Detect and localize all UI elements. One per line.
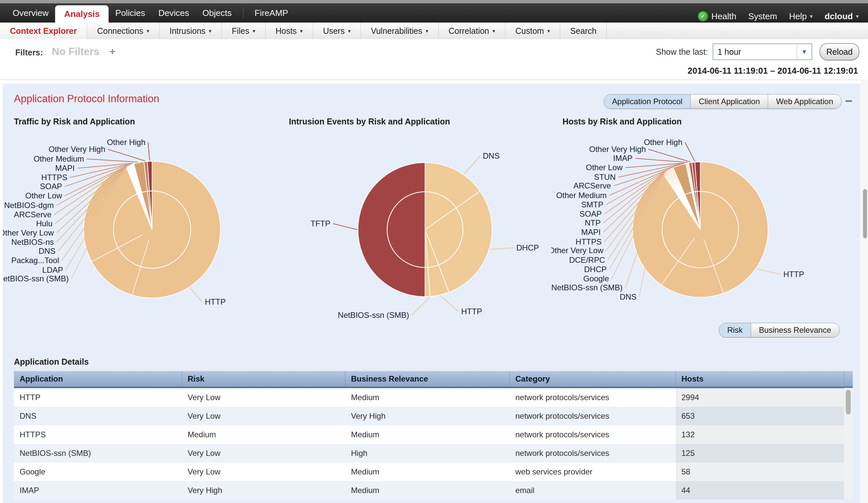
user-menu[interactable]: dcloud ▾ <box>825 11 859 22</box>
svg-text:TFTP: TFTP <box>310 219 330 228</box>
chevron-down-icon: ▾ <box>547 28 550 34</box>
svg-text:DNS: DNS <box>483 151 500 160</box>
health-label: Health <box>711 11 736 22</box>
cell-hosts: 653 <box>676 407 844 425</box>
tab-intrusions[interactable]: Intrusions ▾ <box>159 23 221 39</box>
cell-application: HTTP <box>14 388 182 407</box>
tab-files[interactable]: Files ▾ <box>222 23 266 39</box>
help-label: Help <box>789 11 807 22</box>
table-row[interactable]: IMAP Very High Medium email 44 <box>14 481 853 500</box>
cell-hosts: 2994 <box>676 388 844 407</box>
svg-text:DCE/RPC: DCE/RPC <box>569 255 605 264</box>
cell-business-relevance: High <box>345 444 510 462</box>
nav-devices[interactable]: Devices <box>152 3 196 23</box>
cell-risk: Very Low <box>182 407 345 425</box>
show-last-label: Show the last: <box>656 47 708 57</box>
table-row[interactable]: NetBIOS-ssn (SMB) Very Low High network … <box>14 444 853 462</box>
select-chevron-icon[interactable]: ▾ <box>797 44 812 60</box>
traffic-pie-chart[interactable]: Other HighOther Very HighOther MediumMAP… <box>3 127 290 372</box>
chevron-down-icon: ▾ <box>856 13 859 20</box>
chart-title-intrusion-events: Intrusion Events by Risk and Application <box>289 117 450 126</box>
svg-text:NetBIOS-ssn (SMB): NetBIOS-ssn (SMB) <box>3 274 69 283</box>
table-row[interactable]: HTTPS Medium Medium network protocols/se… <box>14 425 853 444</box>
cell-risk: Very Low <box>182 444 345 462</box>
table-scrollbar-thumb[interactable] <box>846 390 851 415</box>
table-row[interactable]: DNS Very Low Very High network protocols… <box>14 407 853 425</box>
cell-business-relevance: Medium <box>345 462 510 481</box>
table-row[interactable]: Google Very Low Medium web services prov… <box>14 462 853 481</box>
table-row[interactable]: HTTP Very Low Medium network protocols/s… <box>14 388 853 407</box>
reload-button[interactable]: Reload <box>819 43 859 60</box>
cell-risk: Very Low <box>182 388 345 407</box>
cell-application: HTTPS <box>14 425 182 444</box>
cell-hosts: 132 <box>676 425 844 444</box>
no-filters-value: No Filters <box>52 46 99 58</box>
cell-application: IMAP <box>14 481 182 500</box>
tab-context-explorer[interactable]: Context Explorer <box>0 23 87 39</box>
toggle-web-application[interactable]: Web Application <box>768 95 841 108</box>
nav-help[interactable]: Help ▾ <box>789 11 813 22</box>
cell-category: network protocols/services <box>510 425 676 444</box>
cell-business-relevance: Medium <box>345 481 510 500</box>
tab-label: Custom <box>515 26 544 36</box>
add-filter-button[interactable]: + <box>110 46 115 57</box>
svg-text:MAPI: MAPI <box>581 228 601 237</box>
nav-objects[interactable]: Objects <box>196 3 238 23</box>
toggle-application-protocol[interactable]: Application Protocol <box>604 95 690 108</box>
nav-overview[interactable]: Overview <box>6 3 55 23</box>
svg-text:Packag...Tool: Packag...Tool <box>11 256 59 265</box>
col-business-relevance[interactable]: Business Relevance <box>345 371 510 387</box>
cell-business-relevance: Medium <box>345 388 510 407</box>
svg-text:Other Low: Other Low <box>25 191 62 200</box>
chevron-down-icon: ▾ <box>300 28 303 34</box>
tab-label: Files <box>232 26 249 36</box>
cell-hosts: 44 <box>676 481 844 500</box>
collapse-section-icon[interactable] <box>845 100 852 102</box>
svg-text:SOAP: SOAP <box>579 209 602 218</box>
table-scrollbar[interactable] <box>844 388 853 499</box>
intrusion-events-pie-chart[interactable]: DNSTFTPDHCPHTTPNetBIOS-ssn (SMB) <box>290 127 551 372</box>
col-hosts[interactable]: Hosts <box>676 371 844 387</box>
svg-text:Other Very High: Other Very High <box>589 145 646 154</box>
tab-connections[interactable]: Connections ▾ <box>87 23 159 39</box>
svg-text:Google: Google <box>583 274 609 283</box>
health-status[interactable]: ✓ Health <box>698 11 736 22</box>
nav-system[interactable]: System <box>748 11 777 22</box>
toggle-business-relevance[interactable]: Business Relevance <box>751 323 839 337</box>
svg-text:ARCServe: ARCServe <box>14 210 51 219</box>
nav-policies[interactable]: Policies <box>108 3 152 23</box>
tab-search[interactable]: Search <box>560 23 607 39</box>
tab-label: Search <box>570 26 596 36</box>
svg-text:DHCP: DHCP <box>516 243 539 252</box>
col-risk[interactable]: Risk <box>182 371 345 387</box>
time-range-select[interactable]: 1 hour ▾ <box>713 43 812 60</box>
svg-text:HTTP: HTTP <box>461 307 482 316</box>
chart-title-hosts: Hosts by Risk and Application <box>562 117 682 126</box>
tab-users[interactable]: Users ▾ <box>313 23 361 39</box>
svg-text:NetBIOS-dgm: NetBIOS-dgm <box>4 201 54 210</box>
tab-hosts[interactable]: Hosts ▾ <box>266 23 313 39</box>
cell-category: web services provider <box>510 462 676 481</box>
time-range-controls: Show the last: 1 hour ▾ Reload <box>656 43 859 60</box>
nav-fireamp[interactable]: FireAMP <box>248 3 295 23</box>
username-label: dcloud <box>825 11 853 22</box>
toggle-risk[interactable]: Risk <box>719 323 751 337</box>
svg-text:Other Very Low: Other Very Low <box>3 228 54 237</box>
tab-correlation[interactable]: Correlation ▾ <box>438 23 505 39</box>
page-scrollbar[interactable] <box>862 80 868 503</box>
system-label: System <box>748 11 777 22</box>
firesight-context-explorer: { "icons": {"dropdown_arrow": "▾", "sele… <box>0 0 868 503</box>
col-category[interactable]: Category <box>510 371 676 387</box>
svg-text:HTTP: HTTP <box>783 270 804 279</box>
tab-custom[interactable]: Custom ▾ <box>505 23 560 39</box>
tab-vulnerabilities[interactable]: Vulnerabilities ▾ <box>361 23 438 39</box>
top-nav: Overview Analysis Policies Devices Objec… <box>0 3 868 23</box>
svg-text:HTTPS: HTTPS <box>41 173 68 182</box>
svg-text:Other Medium: Other Medium <box>33 154 84 163</box>
toggle-client-application[interactable]: Client Application <box>690 95 768 108</box>
svg-text:NTP: NTP <box>585 218 601 227</box>
tab-label: Context Explorer <box>10 26 77 36</box>
nav-analysis[interactable]: Analysis <box>55 5 108 23</box>
page-scrollbar-thumb[interactable] <box>863 189 867 238</box>
col-application[interactable]: Application <box>14 371 182 387</box>
